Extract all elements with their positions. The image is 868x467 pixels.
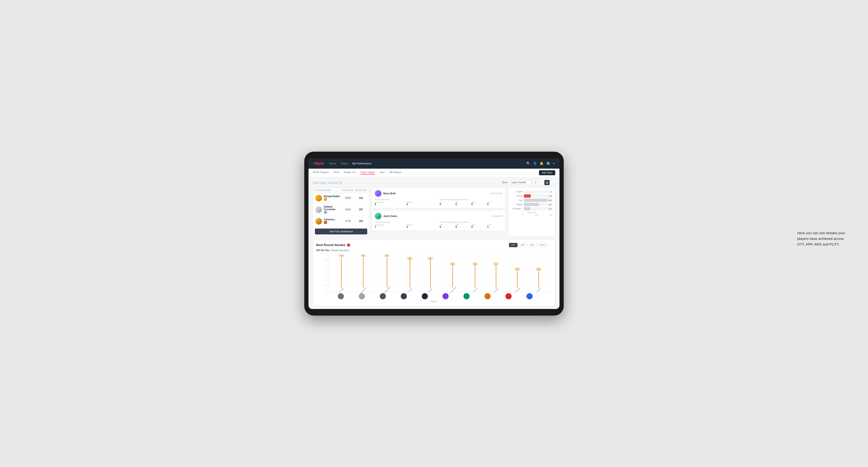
putt-label-josh: PUTT: [487, 224, 503, 226]
nav-home[interactable]: Home: [329, 162, 336, 165]
pb-avg-header: PB AVG SQ: [355, 189, 367, 191]
show-label: Show: [502, 181, 508, 184]
view-full-leaderboard-button[interactable]: View Full Leaderboard: [315, 228, 367, 235]
streak-bar-group: 6xD. Billingham: [382, 254, 392, 291]
streak-bar: [430, 261, 431, 288]
x-axis-ticks: 0 200 400: [511, 214, 553, 216]
streaks-chart-container: 7 6 5 4 3 2 1 0: [316, 254, 552, 292]
pars-value: 499: [549, 199, 552, 201]
card-name-josh: Josh Coles: [383, 215, 397, 217]
team-title-container: Team Clippd 14 Players ✏️: [313, 181, 342, 185]
streak-bar: [341, 258, 342, 288]
settings-icon[interactable]: ⚙️: [546, 161, 550, 165]
dbogeys-label: D. Bogeys +: [511, 208, 522, 210]
tournament-label-josh: Tournament: [375, 224, 406, 226]
streak-bar-value: 4x: [450, 262, 455, 266]
edit-icon[interactable]: ✏️: [339, 182, 342, 184]
subnav-pgat[interactable]: PGAT Players: [313, 171, 329, 175]
show-select[interactable]: Last 3 months Last 6 months Last year: [510, 180, 531, 185]
player-avatar-streak: [505, 293, 512, 299]
sub-nav: PGAT Players PGA Hcaps 1-5 Team Clippd T…: [309, 168, 559, 177]
bar-row-bogeys: Bogeys 311: [511, 203, 553, 206]
player-name-1: Richard Butler: [324, 195, 340, 198]
subnav-team-clippd[interactable]: Team Clippd: [361, 171, 375, 175]
y-axis: 7 6 5 4 3 2 1 0: [316, 254, 328, 292]
player-card-rees: Rees Britt 02 Sep 2023 Total Rounds Tour…: [372, 187, 506, 208]
tablet-frame: clippd Home Teams My Performance 🔍 👤 🔔 ⚙…: [304, 152, 564, 316]
rounds-grid-rees: Tournament 8 Practice 4: [375, 201, 438, 206]
bars-inner: 7xE. Ewart6xB. McHerg6xD. Billingham5xJ.…: [328, 254, 552, 291]
bar-row-eagles: Eagles 3: [511, 190, 553, 193]
grid-view-btn[interactable]: ⊞: [533, 180, 538, 185]
streak-bar: [496, 266, 496, 288]
profile-icon[interactable]: ●: [553, 161, 555, 165]
subnav-pga[interactable]: PGA: [334, 171, 339, 175]
add-team-button[interactable]: Add Team: [539, 170, 555, 175]
streak-bar-value: 7x: [339, 254, 344, 257]
player-info-2: Edward Crossman 2: [315, 206, 341, 214]
putt-label: PUTT: [487, 201, 503, 203]
search-icon[interactable]: 🔍: [526, 161, 530, 165]
tab-ott[interactable]: OTT: [509, 243, 518, 247]
player-info-1: Richard Butler 1: [315, 195, 341, 201]
list-view-btn[interactable]: ≡: [539, 180, 544, 185]
user-icon[interactable]: 👤: [533, 161, 537, 165]
filter-btn[interactable]: ⊥: [550, 180, 555, 185]
bogeys-bar-fill: [524, 203, 539, 206]
app-label: APP: [456, 201, 471, 203]
tournament-val-rees: 8: [375, 203, 406, 206]
card-avatar-josh: [375, 213, 381, 219]
player-card-josh: Josh Coles 26 Aug 2023 Total Rounds Tour…: [372, 210, 506, 231]
streak-bar: [517, 272, 518, 287]
practice-sub-grid-rees: OTT 0 APP 0 ARG 0: [440, 201, 503, 206]
tab-putt[interactable]: PUTT: [538, 243, 548, 247]
dbogeys-bar-track: 131: [524, 207, 553, 210]
columns: PLAYER NAME PB SCORE PB AVG SQ Richard B…: [313, 187, 555, 237]
y-label-7: 7: [316, 254, 327, 256]
streak-bar-group: 3xR. Butler: [514, 254, 521, 291]
player-avatar-streak: [422, 293, 428, 299]
x-tick-0: 0: [522, 214, 523, 216]
dbogeys-bar-fill: [524, 207, 530, 210]
streaks-tabs: OTT APP ARG PUTT ←: [509, 243, 552, 247]
arg-label: ARG: [471, 201, 487, 203]
streak-bar: [410, 261, 410, 288]
pb-avg-2: 107: [355, 208, 367, 211]
player-avatar-streak: [442, 293, 448, 299]
player-info-3: Cameron... 3: [315, 218, 341, 224]
rounds-group-rees: Total Rounds Tournament 8 Practice 4: [375, 198, 438, 206]
pb-avg-1: 110: [355, 197, 367, 199]
subnav-tour[interactable]: Tour: [379, 171, 384, 175]
player-name-header: PLAYER NAME: [315, 189, 341, 191]
card-view-btn[interactable]: ▦: [545, 180, 550, 185]
player-avatar-streak: [464, 293, 470, 299]
card-stats-rees: Total Rounds Tournament 8 Practice 4: [375, 198, 503, 206]
top-nav: clippd Home Teams My Performance 🔍 👤 🔔 ⚙…: [309, 158, 559, 168]
bell-icon[interactable]: 🔔: [540, 161, 544, 165]
streak-bar: [475, 266, 475, 288]
practice-sub-grid-josh: OTT 0 APP 0 ARG 0: [440, 224, 503, 228]
pb-score-3: 17/20: [341, 220, 355, 222]
streak-bar-group: 4xD. Ford: [472, 254, 478, 291]
nav-my-performance[interactable]: My Performance: [352, 162, 371, 165]
tournament-label: Tournament: [375, 201, 406, 203]
streak-bar-value: 4x: [493, 262, 498, 266]
app-val-rees: 0: [456, 203, 471, 206]
nav-teams[interactable]: Teams: [340, 162, 348, 165]
app-logo: clippd: [313, 161, 323, 165]
y-label-0: 0: [316, 289, 327, 291]
ott-val-rees: 0: [440, 203, 455, 206]
y-label-6: 6: [316, 259, 327, 261]
tab-app[interactable]: APP: [519, 243, 527, 247]
grid-line-2: [328, 281, 552, 281]
practice-group-rees: Total Practice Activities OTT 0 APP 0: [440, 198, 503, 206]
grid-line-5: [328, 264, 552, 265]
avatar-2: [315, 206, 322, 213]
tab-arg[interactable]: ARG: [528, 243, 537, 247]
card-date-josh: 26 Aug 2023: [491, 215, 503, 217]
subnav-all-players[interactable]: All Players: [390, 171, 402, 175]
table-row: Cameron... 3 17/20 103: [313, 216, 369, 227]
subnav-hcaps[interactable]: Hcaps 1-5: [344, 171, 356, 175]
streak-bar-group: 5xJ. Coles: [407, 254, 413, 291]
streaks-header: Best Round Streaks ← OTT APP ARG PUTT ←: [316, 243, 552, 247]
